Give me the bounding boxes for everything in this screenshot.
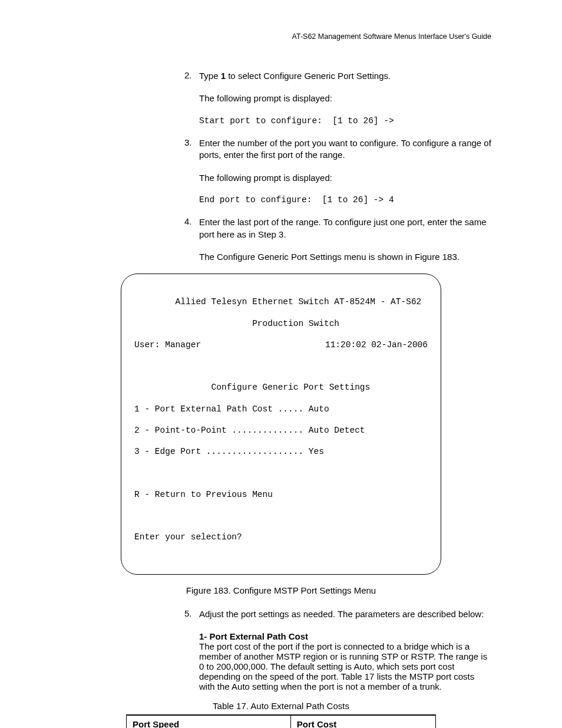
step-text: Adjust the port settings as needed. The … [199,608,491,620]
numbered-steps-cont: 5. Adjust the port settings as needed. T… [71,608,491,691]
terminal-line: R - Return to Previous Menu [134,489,428,500]
terminal-line: Configure Generic Port Settings [134,382,428,393]
step-4: 4. Enter the last port of the range. To … [199,216,491,263]
parameter-heading: 1- Port External Path Cost [199,631,491,641]
table-header: Port Speed [127,715,291,728]
terminal-line: Allied Telesyn Ethernet Switch AT-8524M … [134,297,428,307]
header-title: AT-S62 Management Software Menus Interfa… [292,32,491,41]
parameter-block: 1- Port External Path Cost The port cost… [199,631,491,691]
figure-caption: Figure 183. Configure MSTP Port Settings… [71,585,491,595]
step-text: Enter the number of the port you want to… [199,137,491,162]
step-number: 4. [184,216,192,226]
step-text: The following prompt is displayed: [199,172,491,184]
terminal-screen: Allied Telesyn Ethernet Switch AT-8524M … [121,274,441,575]
step-text: Enter the last port of the range. To con… [199,216,491,241]
table-caption: Table 17. Auto External Path Costs [71,701,491,711]
code-prompt: End port to configure: [1 to 26] -> 4 [199,195,491,206]
step-number: 5. [184,608,192,618]
table-header: Port Cost [290,715,435,728]
table-header-row: Port Speed Port Cost [127,715,436,728]
document-page: AT-S62 Management Software Menus Interfa… [0,0,562,728]
step-3: 3. Enter the number of the port you want… [199,137,491,206]
terminal-line: User: Manager11:20:02 02-Jan-2006 [134,340,428,350]
step-2: 2. Type 1 to select Configure Generic Po… [199,70,491,127]
path-cost-table: Port Speed Port Cost 10 Mbps 2,000,000 1… [126,714,436,728]
terminal-line: Enter your selection? [134,532,428,542]
step-text: The Configure Generic Port Settings menu… [199,251,491,263]
page-header: AT-S62 Management Software Menus Interfa… [71,32,491,41]
terminal-blank [134,467,428,478]
terminal-line: 2 - Point-to-Point .............. Auto D… [134,425,428,436]
step-text: Type 1 to select Configure Generic Port … [199,70,491,82]
parameter-body: The port cost of the port if the port is… [199,641,487,691]
step-number: 3. [184,137,192,147]
step-text: The following prompt is displayed: [199,93,491,104]
code-prompt: Start port to configure: [1 to 26] -> [199,116,491,127]
terminal-blank [134,510,428,521]
step-number: 2. [184,70,192,80]
numbered-steps: 2. Type 1 to select Configure Generic Po… [71,70,491,263]
terminal-line: Production Switch [134,318,428,329]
terminal-blank [134,361,428,371]
terminal-line: 1 - Port External Path Cost ..... Auto [134,404,428,414]
terminal-line: 3 - Edge Port ................... Yes [134,446,428,457]
step-5: 5. Adjust the port settings as needed. T… [199,608,491,691]
